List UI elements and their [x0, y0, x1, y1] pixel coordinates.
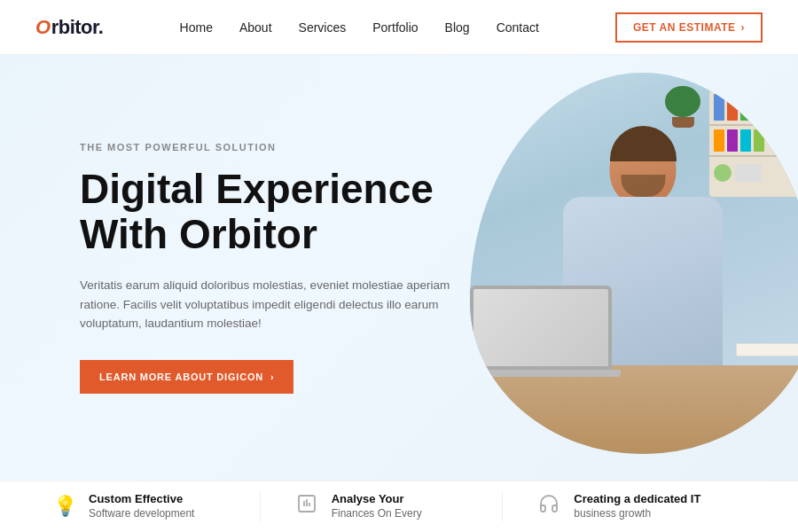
- features-bar: 💡 Custom Effective Software development …: [0, 481, 798, 532]
- learn-more-arrow-icon: ›: [270, 372, 274, 382]
- hero-title-line1: Digital Experience: [80, 166, 434, 212]
- book-3: [740, 94, 751, 121]
- headphones-icon: [538, 493, 563, 520]
- feature-subtitle-3: business growth: [574, 507, 700, 521]
- laptop: [470, 286, 621, 377]
- logo-text: rbitor.: [51, 16, 104, 39]
- hero-title-line2: With Orbitor: [80, 211, 317, 257]
- nav-link-about[interactable]: About: [239, 20, 272, 35]
- chart-icon: [296, 493, 321, 520]
- feature-subtitle-1: Software development: [89, 507, 194, 521]
- shelf-row-1: [709, 90, 798, 126]
- nav-item-blog[interactable]: Blog: [445, 20, 470, 35]
- feature-text-3: Creating a dedicated IT business growth: [574, 492, 700, 520]
- learn-more-button[interactable]: LEARN MORE ABOUT DIGICON ›: [80, 360, 293, 394]
- nav-links: Home About Services Portfolio Blog Conta…: [180, 20, 539, 35]
- nav-link-blog[interactable]: Blog: [445, 20, 470, 35]
- hero-section: THE MOST POWERFUL SOLUTION Digital Exper…: [0, 55, 798, 481]
- logo-icon: O: [35, 16, 51, 39]
- feature-title-3: Creating a dedicated IT: [574, 492, 700, 507]
- navbar: O rbitor. Home About Services Portfolio …: [0, 0, 798, 55]
- person-beard: [621, 175, 665, 197]
- nav-link-portfolio[interactable]: Portfolio: [372, 20, 418, 35]
- nav-item-home[interactable]: Home: [180, 20, 213, 35]
- box-decoration: [735, 164, 762, 182]
- feature-item-2: Analyse Your Finances On Every: [260, 492, 503, 520]
- hero-subtitle: THE MOST POWERFUL SOLUTION: [80, 142, 452, 153]
- desk-surface: [470, 365, 798, 454]
- feature-item-1: 💡 Custom Effective Software development: [53, 492, 260, 520]
- hero-content: THE MOST POWERFUL SOLUTION Digital Exper…: [0, 142, 452, 394]
- book-9: [754, 129, 764, 152]
- book-5: [767, 94, 778, 121]
- hero-description: Veritatis earum aliquid doloribus molest…: [80, 276, 452, 333]
- hero-title: Digital Experience With Orbitor: [80, 167, 452, 256]
- book-2: [727, 94, 738, 121]
- plant-leaves: [665, 86, 700, 117]
- nav-item-services[interactable]: Services: [299, 20, 347, 35]
- nav-item-contact[interactable]: Contact: [497, 20, 539, 35]
- feature-title-1: Custom Effective: [89, 492, 194, 507]
- hero-person-illustration: [470, 73, 798, 454]
- hero-image: [470, 73, 798, 454]
- nav-link-services[interactable]: Services: [299, 20, 347, 35]
- feature-subtitle-2: Finances On Every: [332, 507, 422, 521]
- person-head: [610, 130, 677, 206]
- estimate-label: GET AN ESTIMATE: [633, 21, 736, 34]
- logo[interactable]: O rbitor.: [35, 16, 103, 39]
- book-8: [740, 129, 751, 152]
- feature-item-3: Creating a dedicated IT business growth: [502, 492, 745, 520]
- person-hair: [610, 126, 677, 161]
- feature-text-1: Custom Effective Software development: [89, 492, 194, 520]
- laptop-base: [470, 370, 621, 377]
- plant-pot: [672, 117, 694, 128]
- get-estimate-button[interactable]: GET AN ESTIMATE ›: [615, 12, 763, 43]
- nav-item-portfolio[interactable]: Portfolio: [372, 20, 418, 35]
- lightbulb-icon: 💡: [53, 495, 78, 518]
- learn-more-label: LEARN MORE ABOUT DIGICON: [99, 372, 263, 382]
- estimate-arrow-icon: ›: [741, 21, 746, 34]
- nav-item-about[interactable]: About: [239, 20, 272, 35]
- book-1: [714, 94, 724, 121]
- feature-title-2: Analyse Your: [332, 492, 422, 507]
- notebook: [736, 343, 798, 356]
- nav-link-home[interactable]: Home: [180, 20, 213, 35]
- laptop-screen: [470, 286, 612, 370]
- plant-decoration: [665, 86, 700, 126]
- nav-link-contact[interactable]: Contact: [497, 20, 539, 35]
- book-4: [754, 94, 764, 121]
- feature-text-2: Analyse Your Finances On Every: [332, 492, 422, 520]
